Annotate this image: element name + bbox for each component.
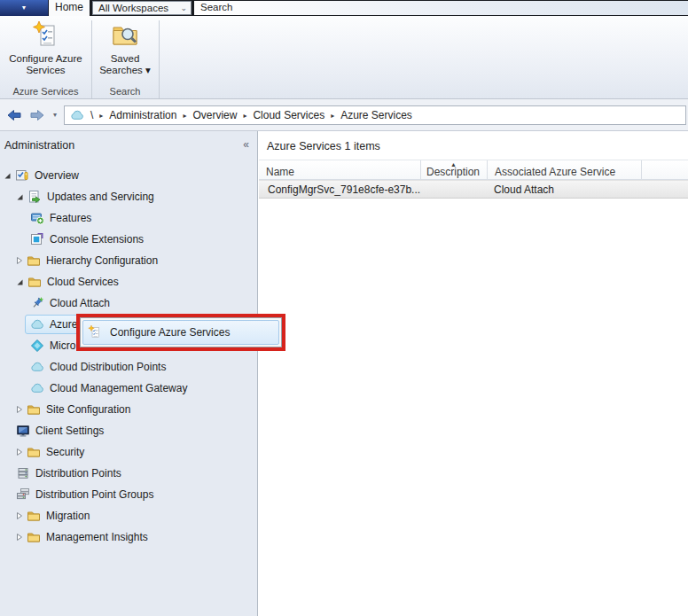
tree-item-management-insights[interactable]: Management Insights [0, 526, 257, 548]
workspaces-dropdown[interactable]: All Workspaces ⌄ [92, 1, 192, 15]
folder-icon [27, 509, 41, 523]
cloud-icon [30, 381, 44, 395]
tree-item-features[interactable]: Features [0, 207, 257, 229]
tree-item-cloud-management-gateway[interactable]: Cloud Management Gateway [0, 378, 257, 399]
tree-item-console-extensions[interactable]: Console Extensions [0, 229, 257, 250]
navigation-tree: Overview Updates and Servicing Features … [0, 165, 257, 548]
folder-icon [27, 402, 41, 417]
collapse-pane-icon[interactable]: « [243, 138, 249, 151]
console-extensions-icon [30, 232, 44, 246]
saved-searches-button[interactable]: Saved Searches ▾ [94, 19, 156, 76]
breadcrumb-separator-icon: ▸ [331, 111, 334, 120]
overview-icon [15, 168, 29, 183]
breadcrumb-cloud-icon [70, 108, 84, 122]
app-menu-caret-icon: ▼ [21, 4, 27, 11]
application-menu-button[interactable]: ▼ [0, 0, 49, 16]
tree-item-site-configuration[interactable]: Site Configuration [0, 399, 257, 420]
ribbon-group-label-search: Search [91, 86, 159, 97]
saved-searches-icon [111, 21, 139, 50]
ribbon-group-label-azure-services: Azure Services [0, 86, 91, 97]
ribbon-group-divider [159, 20, 160, 98]
tree-item-overview[interactable]: Overview [0, 165, 257, 186]
ribbon-search-input[interactable]: Search [194, 1, 688, 15]
configmgr-console-window: ▼ Home All Workspaces ⌄ Search Configure… [0, 0, 688, 616]
breadcrumb-item-azure-services[interactable]: Azure Services [340, 109, 412, 121]
expander-collapsed-icon[interactable] [16, 448, 23, 456]
table-row[interactable]: ConfigMgrSvc_791e8cfe-e37b... Cloud Atta… [259, 180, 688, 199]
row-name-cell: ConfigMgrSvc_791e8cfe-e37b... [268, 183, 420, 196]
cloud-icon [30, 317, 44, 331]
features-icon [30, 211, 44, 225]
nav-dropdown-caret-icon: ▾ [53, 111, 57, 119]
breadcrumb-item-administration[interactable]: Administration [109, 109, 176, 121]
workspaces-caret-icon: ⌄ [180, 3, 187, 14]
tree-item-distribution-point-groups[interactable]: Distribution Point Groups [0, 484, 257, 505]
top-tab-strip: ▼ Home All Workspaces ⌄ Search [0, 0, 688, 16]
expander-collapsed-icon[interactable] [16, 511, 23, 520]
nav-history-dropdown[interactable]: ▾ [50, 106, 60, 124]
folder-icon [27, 530, 41, 544]
monitor-icon [16, 424, 30, 438]
back-button[interactable] [4, 106, 25, 124]
results-title: Azure Services 1 items [267, 140, 380, 152]
expander-expanded-icon[interactable] [16, 193, 24, 201]
breadcrumb-separator-icon: ▸ [183, 111, 186, 120]
tree-item-cloud-services[interactable]: Cloud Services [0, 271, 257, 292]
updates-servicing-icon [27, 190, 42, 204]
tree-item-distribution-points[interactable]: Distribution Points [0, 463, 257, 484]
folder-icon [27, 275, 42, 289]
saved-searches-caret-icon: ▾ [145, 65, 151, 75]
folder-icon [27, 445, 41, 459]
configure-azure-services-button[interactable]: Configure Azure Services [2, 19, 90, 76]
tree-item-cloud-distribution-points[interactable]: Cloud Distribution Points [0, 356, 257, 378]
navigation-bar: ▾ \ ▸ Administration ▸ Overview ▸ Cloud … [0, 99, 688, 131]
diamond-icon [30, 339, 44, 353]
tab-home[interactable]: Home [49, 0, 90, 16]
tree-item-migration[interactable]: Migration [0, 505, 257, 526]
breadcrumb-separator-icon: ▸ [243, 111, 246, 120]
pushpin-icon [30, 296, 44, 310]
folder-icon [27, 253, 41, 268]
results-pane: Azure Services 1 items ▲ Name Descriptio… [259, 131, 688, 616]
list-header: ▲ Name Description Associated Azure Serv… [259, 160, 688, 180]
breadcrumb-item-overview[interactable]: Overview [192, 109, 237, 121]
server-icon [16, 466, 30, 480]
column-header-name[interactable]: Name [259, 160, 420, 180]
row-associated-service-cell: Cloud Attach [494, 183, 554, 196]
breadcrumb: \ ▸ Administration ▸ Overview ▸ Cloud Se… [64, 105, 686, 125]
context-menu-item-configure-azure-services[interactable]: Configure Azure Services [82, 320, 279, 345]
tree-item-cloud-attach[interactable]: Cloud Attach [0, 292, 257, 314]
forward-icon [29, 109, 45, 121]
server-group-icon [16, 487, 30, 502]
expander-expanded-icon[interactable] [16, 278, 24, 286]
navigation-pane: Administration « Overview Updates and Se… [0, 131, 258, 616]
column-header-description[interactable]: Description [420, 160, 487, 180]
breadcrumb-item-cloud-services[interactable]: Cloud Services [253, 109, 324, 121]
expander-collapsed-icon[interactable] [16, 533, 23, 542]
breadcrumb-separator-icon: ▸ [99, 111, 103, 120]
configure-azure-services-icon [88, 325, 102, 339]
tree-item-security[interactable]: Security [0, 441, 257, 463]
forward-button[interactable] [27, 106, 48, 124]
ribbon: Configure Azure Services Saved Searches … [0, 16, 688, 99]
expander-collapsed-icon[interactable] [16, 256, 23, 265]
column-header-empty [641, 160, 687, 180]
expander-expanded-icon[interactable] [4, 172, 12, 180]
expander-collapsed-icon[interactable] [16, 405, 23, 414]
annotation-highlight-box: Configure Azure Services [76, 314, 285, 351]
context-menu: Configure Azure Services [80, 317, 282, 347]
breadcrumb-root[interactable]: \ [90, 109, 93, 121]
tree-item-updates-and-servicing[interactable]: Updates and Servicing [0, 186, 257, 207]
navigation-pane-title: Administration [4, 139, 74, 152]
tree-item-client-settings[interactable]: Client Settings [0, 420, 257, 441]
column-header-associated-azure-service[interactable]: Associated Azure Service [487, 160, 641, 180]
back-icon [6, 109, 22, 121]
configure-azure-services-icon [32, 21, 60, 50]
cloud-icon [30, 360, 44, 374]
tree-item-hierarchy-configuration[interactable]: Hierarchy Configuration [0, 250, 257, 271]
